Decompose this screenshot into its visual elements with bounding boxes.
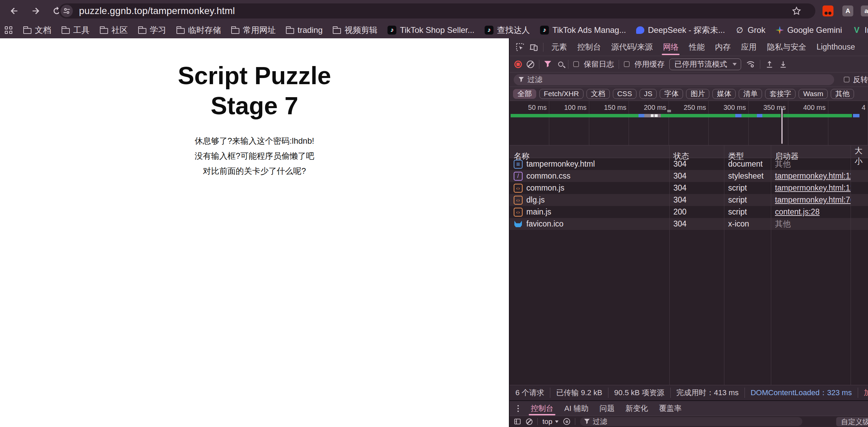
bookmark-item[interactable]: Grok bbox=[735, 25, 765, 35]
request-type-chip[interactable]: 套接字 bbox=[765, 89, 795, 99]
requests-table-header: 名称 状态 类型 启动器 大小 bbox=[510, 145, 868, 158]
request-type-chip[interactable]: 文档 bbox=[587, 89, 610, 99]
address-bar[interactable]: puzzle.ggnb.top/tampermonkey.html bbox=[59, 3, 815, 18]
clear-network-log-button[interactable] bbox=[527, 61, 534, 68]
drawer-tab[interactable]: 覆盖率 bbox=[654, 401, 687, 416]
bookmark-item[interactable]: 学习 bbox=[138, 25, 166, 36]
bookmark-label: 视频剪辑 bbox=[344, 25, 377, 36]
bookmark-item[interactable]: 临时存储 bbox=[176, 25, 221, 36]
devtools-tab[interactable]: 源代码/来源 bbox=[606, 38, 658, 56]
request-row[interactable]: tampermonkey.html 304 document 其他 bbox=[510, 158, 868, 170]
request-row[interactable]: dlg.js 304 script tampermonkey.html:76. bbox=[510, 194, 868, 206]
bookmark-item[interactable]: 文档 bbox=[23, 25, 51, 36]
console-filter-input[interactable]: 过滤 bbox=[580, 417, 802, 426]
preserve-log-checkbox[interactable] bbox=[573, 61, 579, 67]
request-type-chip[interactable]: JS bbox=[640, 89, 657, 99]
devtools-tab[interactable]: 隐私与安全 bbox=[762, 38, 811, 56]
request-row[interactable]: main.js 200 script content.js:28 bbox=[510, 206, 868, 218]
bookmark-item[interactable]: 视频剪辑 bbox=[333, 25, 377, 36]
filter-funnel-icon bbox=[518, 77, 524, 82]
log-levels-select[interactable]: 自定义级别 bbox=[836, 417, 868, 426]
request-row[interactable]: common.css 304 stylesheet tampermonkey.h… bbox=[510, 170, 868, 182]
live-expression-eye-icon[interactable] bbox=[563, 418, 570, 425]
bookmark-item[interactable]: 工具 bbox=[62, 25, 90, 36]
drawer-tab[interactable]: 问题 bbox=[594, 401, 620, 416]
request-type-chip[interactable]: Wasm bbox=[799, 89, 828, 99]
devtools-tab[interactable]: Lighthouse bbox=[811, 38, 860, 56]
throttling-value: 已停用节流模式 bbox=[674, 59, 727, 69]
throttling-select[interactable]: 已停用节流模式 bbox=[669, 59, 741, 70]
apps-grid-icon[interactable] bbox=[5, 26, 12, 34]
javascript-context-select[interactable]: top bbox=[542, 417, 558, 426]
drawer-tab[interactable]: 新变化 bbox=[620, 401, 654, 416]
invert-filter-checkbox[interactable] bbox=[844, 77, 850, 82]
bookmark-item[interactable]: Google Gemini bbox=[776, 25, 842, 35]
devtools-tab[interactable]: 网络 bbox=[658, 38, 684, 56]
forward-button[interactable] bbox=[27, 3, 44, 19]
request-size bbox=[851, 158, 868, 170]
filter-toggle-icon[interactable] bbox=[544, 61, 551, 68]
devtools-tab-label: 应用 bbox=[741, 42, 757, 52]
chip-label: JS bbox=[644, 90, 653, 98]
network-filter-input[interactable]: 过滤 bbox=[514, 74, 834, 85]
devtools-tab[interactable]: 内存 bbox=[710, 38, 736, 56]
url-text[interactable]: puzzle.ggnb.top/tampermonkey.html bbox=[79, 5, 235, 16]
chip-label: 图片 bbox=[691, 89, 705, 99]
request-type-chip[interactable]: 媒体 bbox=[712, 89, 736, 99]
network-summary-bar: 6 个请求已传输 9.2 kB90.5 kB 项资源完成用时：413 msDOM… bbox=[510, 385, 868, 400]
request-status: 304 bbox=[669, 218, 724, 230]
request-type-chip[interactable]: 其他 bbox=[831, 89, 854, 99]
import-har-icon[interactable] bbox=[765, 60, 774, 69]
search-icon[interactable] bbox=[558, 62, 563, 67]
bookmark-icon bbox=[333, 28, 341, 34]
request-row[interactable]: common.js 304 script tampermonkey.html:1… bbox=[510, 182, 868, 194]
devtools-tab-label: 性能 bbox=[689, 42, 705, 52]
back-arrow-icon bbox=[9, 6, 19, 16]
console-toolbar-separator bbox=[537, 418, 538, 425]
bookmark-item[interactable]: 常用网址 bbox=[231, 25, 276, 36]
network-conditions-icon[interactable] bbox=[746, 60, 755, 69]
drawer-tab[interactable]: 控制台 bbox=[525, 401, 559, 416]
drawer-tab[interactable]: AI 辅助 bbox=[559, 401, 594, 416]
bookmark-item[interactable]: Introduction | Vue.js bbox=[852, 25, 868, 35]
extension-a2-icon[interactable]: a bbox=[861, 5, 868, 16]
request-type-chip[interactable]: 字体 bbox=[660, 89, 683, 99]
network-overview-timeline[interactable]: 50 ms100 ms150 ms200 ms250 ms300 ms350 m… bbox=[510, 101, 868, 145]
drawer-tab-label: 问题 bbox=[600, 403, 615, 414]
extension-tampermonkey-icon[interactable] bbox=[823, 5, 833, 16]
overview-segment-blue bbox=[735, 114, 741, 117]
request-type-chip[interactable]: Fetch/XHR bbox=[539, 89, 583, 99]
requests-table: 名称 状态 类型 启动器 大小 tampermonkey.html 304 do… bbox=[510, 145, 868, 385]
bookmark-item[interactable]: TikTok Shop Seller... bbox=[387, 25, 474, 35]
drawer-menu-icon[interactable] bbox=[513, 408, 523, 409]
request-type-chip[interactable]: CSS bbox=[613, 89, 636, 99]
back-button[interactable] bbox=[6, 3, 23, 19]
device-toolbar-icon[interactable] bbox=[527, 40, 540, 54]
request-row[interactable]: favicon.ico 304 x-icon 其他 bbox=[510, 218, 868, 230]
devtools-tab[interactable]: 元素 bbox=[546, 38, 572, 56]
bookmark-item[interactable]: 查找达人 bbox=[485, 25, 530, 36]
devtools-tab[interactable]: 控制台 bbox=[572, 38, 606, 56]
bookmark-item[interactable]: trading bbox=[286, 25, 323, 35]
bookmark-item[interactable]: 社区 bbox=[100, 25, 128, 36]
request-type-chip[interactable]: 清单 bbox=[739, 89, 762, 99]
chip-label: Fetch/XHR bbox=[544, 90, 579, 98]
bookmark-label: 文档 bbox=[35, 25, 51, 36]
inspect-element-icon[interactable] bbox=[513, 40, 527, 54]
devtools-tab[interactable]: 性能 bbox=[684, 38, 710, 56]
bookmark-item[interactable]: TikTok Ads Manag... bbox=[540, 25, 626, 35]
bookmark-item[interactable]: DeepSeek - 探索未... bbox=[636, 25, 725, 36]
extension-a-icon[interactable]: A bbox=[842, 5, 853, 16]
bookmark-star-icon[interactable] bbox=[791, 6, 802, 17]
clear-console-icon[interactable] bbox=[526, 418, 532, 425]
site-settings-icon[interactable] bbox=[61, 5, 73, 17]
resource-type-icon bbox=[514, 220, 523, 229]
request-type-chip[interactable]: 图片 bbox=[686, 89, 709, 99]
devtools-tab[interactable]: 应用 bbox=[736, 38, 762, 56]
record-network-log-button[interactable] bbox=[514, 61, 522, 68]
request-type-chip[interactable]: 全部 bbox=[513, 89, 536, 99]
disable-cache-checkbox[interactable] bbox=[624, 61, 630, 67]
export-har-icon[interactable] bbox=[779, 60, 788, 69]
console-sidebar-icon[interactable] bbox=[514, 418, 521, 425]
bookmark-icon bbox=[387, 26, 396, 35]
